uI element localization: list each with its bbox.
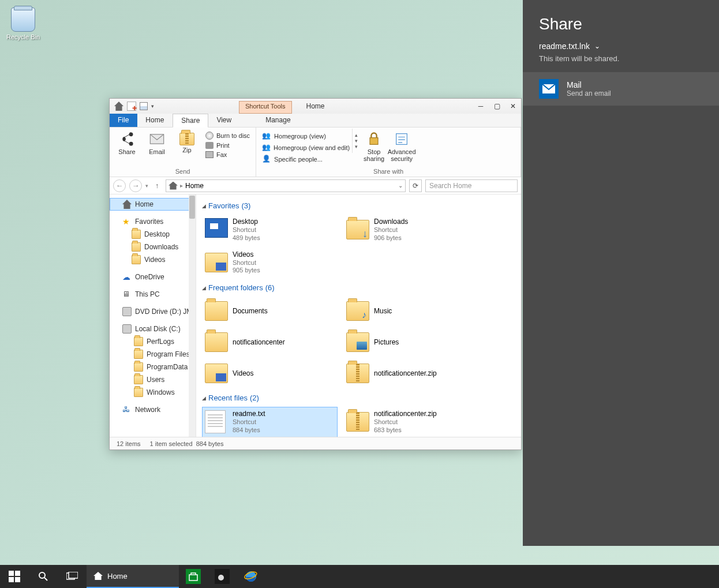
nav-fav-downloads[interactable]: Downloads (110, 241, 196, 253)
tab-file[interactable]: File (110, 114, 137, 127)
file-item[interactable]: Pictures (343, 328, 479, 357)
section-frequent-header[interactable]: ◢Frequent folders (6) (202, 283, 515, 292)
status-bar: 12 items 1 item selected 884 bytes (110, 437, 521, 450)
drive-icon (122, 307, 132, 316)
taskbar-app-explorer[interactable]: Home (87, 565, 179, 588)
recycle-bin-label: Recycle Bin (6, 33, 40, 40)
ribbon-stop-sharing[interactable]: Stop sharing (360, 129, 388, 162)
context-tab-shortcut-tools[interactable]: Shortcut Tools (239, 101, 292, 114)
nav-forward-button[interactable]: → (129, 179, 142, 192)
address-dropdown-icon[interactable]: ⌄ (398, 182, 403, 189)
taskbar-pin-ie[interactable] (237, 565, 265, 588)
address-bar-row: ← → ▾ ↑ ▸ Home ⌄ ⟳ Search Home (110, 177, 521, 194)
ribbon-email-button[interactable]: Email (143, 129, 171, 155)
breadcrumb-home[interactable]: Home (185, 182, 204, 190)
ribbon-advanced-security[interactable]: Advanced security (388, 129, 415, 162)
nav-fav-videos[interactable]: Videos (110, 253, 196, 266)
file-item[interactable]: DesktopShortcut489 bytes (202, 215, 338, 245)
nav-back-button[interactable]: ← (113, 179, 126, 192)
ribbon-zip-button[interactable]: Zip (173, 129, 201, 153)
sharewith-dropdown[interactable]: ▴▾▾ (352, 129, 360, 153)
ribbon-group-send: Share Email Zip Burn to disc Print Fax S… (110, 128, 256, 177)
ribbon-share-button[interactable]: Share (113, 129, 141, 155)
tab-share[interactable]: Share (173, 114, 208, 128)
people-icon: 👥 (262, 143, 271, 152)
section-recent-header[interactable]: ◢Recent files (2) (202, 394, 515, 402)
nav-thispc[interactable]: 🖥This PC (110, 288, 196, 301)
file-item[interactable]: notificationcenter.zipShortcut683 bytes (343, 407, 479, 437)
taskbar-pin-store[interactable] (179, 565, 208, 588)
nav-favorites[interactable]: ★Favorites (110, 215, 196, 228)
minimize-button[interactable]: ─ (473, 100, 489, 112)
file-item[interactable]: VideosShortcut905 bytes (202, 248, 338, 278)
person-icon: 👤 (262, 155, 271, 164)
nav-c-perflogs[interactable]: PerfLogs (110, 335, 196, 348)
address-bar[interactable]: ▸ Home ⌄ (166, 179, 406, 192)
share-icon (119, 131, 135, 147)
nav-c-windows[interactable]: Windows (110, 386, 196, 399)
nav-c-programfiles[interactable]: Program Files (110, 348, 196, 361)
folder-icon (134, 350, 143, 359)
chevron-down-icon: ▾ (355, 138, 358, 144)
ribbon-specific-people[interactable]: 👤Specific people... (260, 154, 352, 164)
section-favorites-header[interactable]: ◢Favorites (3) (202, 201, 515, 210)
folder-icon (205, 332, 228, 352)
properties-icon[interactable] (140, 102, 148, 110)
folder-icon (346, 364, 369, 383)
chevron-down-icon: ⌄ (594, 42, 600, 50)
nav-onedrive[interactable]: ☁OneDrive (110, 271, 196, 283)
refresh-button[interactable]: ⟳ (409, 179, 422, 192)
file-item[interactable]: Videos (202, 359, 338, 388)
nav-home[interactable]: Home (110, 198, 196, 211)
tab-manage[interactable]: Manage (257, 114, 299, 127)
share-target-desc: Send an email (567, 89, 611, 98)
nav-scrollbar[interactable] (189, 194, 196, 437)
nav-dvd[interactable]: DVD Drive (D:) JM (110, 305, 196, 318)
nav-up-button[interactable]: ↑ (152, 181, 162, 191)
file-item[interactable]: notificationcenter (202, 328, 338, 357)
ribbon-homegroup-edit[interactable]: 👥Homegroup (view and edit) (260, 143, 352, 153)
ribbon-fax-button[interactable]: Fax (203, 151, 252, 159)
qat-dropdown-icon[interactable]: ▾ (151, 103, 154, 109)
file-item[interactable]: DownloadsShortcut906 bytes (343, 215, 479, 245)
file-name: Videos (233, 250, 260, 259)
taskview-button[interactable] (58, 565, 87, 588)
nav-c-programdata[interactable]: ProgramData (110, 361, 196, 373)
nav-fav-desktop[interactable]: Desktop (110, 228, 196, 241)
people-icon: 👥 (262, 132, 271, 141)
tab-view[interactable]: View (208, 114, 240, 127)
tab-home[interactable]: Home (137, 114, 173, 127)
fax-icon (205, 151, 214, 158)
file-item[interactable]: Music (343, 297, 479, 325)
file-item[interactable]: readme.txtShortcut884 bytes (202, 407, 338, 437)
nav-network[interactable]: 🖧Network (110, 403, 196, 416)
search-button[interactable] (29, 565, 58, 588)
scrollbar-thumb[interactable] (189, 196, 195, 219)
ribbon-homegroup-view[interactable]: 👥Homegroup (view) (260, 131, 352, 141)
nav-recent-dropdown[interactable]: ▾ (145, 183, 148, 189)
home-icon[interactable] (114, 102, 123, 111)
file-item[interactable]: Documents (202, 297, 338, 325)
svg-rect-6 (9, 577, 14, 582)
nav-c-users[interactable]: Users (110, 373, 196, 386)
ribbon-print-button[interactable]: Print (203, 141, 252, 149)
titlebar[interactable]: ✚ ▾ Shortcut Tools Home ─ ▢ ✕ (110, 99, 521, 114)
close-button[interactable]: ✕ (505, 100, 521, 112)
share-target-mail[interactable]: Mail Send an email (523, 72, 719, 106)
recycle-bin[interactable]: Recycle Bin (6, 8, 40, 40)
taskbar-pin-app[interactable] (208, 565, 237, 588)
app-icon (215, 569, 230, 584)
content-pane: ◢Favorites (3) DesktopShortcut489 bytesD… (196, 194, 521, 437)
breadcrumb-sep[interactable]: ▸ (180, 182, 183, 189)
nav-localdisk[interactable]: Local Disk (C:) (110, 323, 196, 335)
chevron-up-icon: ▴ (355, 132, 358, 138)
home-icon (93, 572, 103, 580)
search-input[interactable]: Search Home (425, 179, 518, 192)
maximize-button[interactable]: ▢ (489, 100, 505, 112)
file-item[interactable]: notificationcenter.zip (343, 359, 479, 388)
ribbon-burn-button[interactable]: Burn to disc (203, 131, 252, 140)
start-button[interactable] (0, 565, 29, 588)
new-doc-icon[interactable]: ✚ (127, 102, 136, 111)
home-icon (168, 182, 178, 190)
share-file-selector[interactable]: readme.txt.lnk ⌄ (523, 42, 719, 54)
